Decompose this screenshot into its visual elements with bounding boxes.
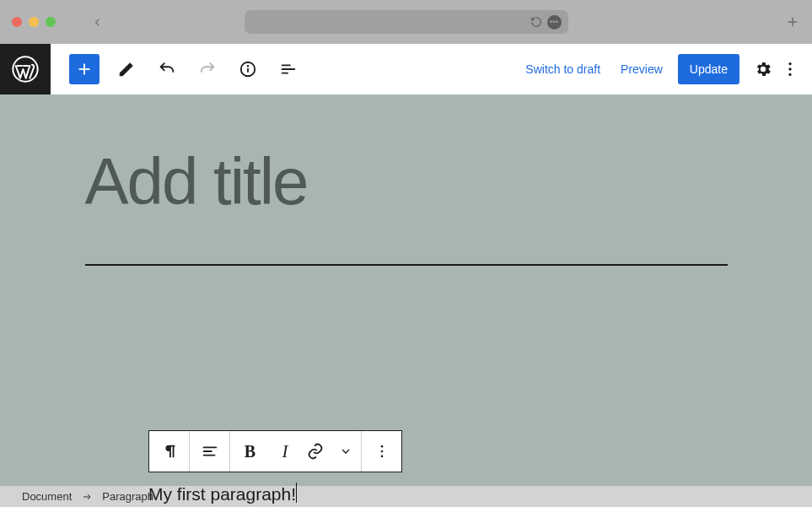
edit-mode-button[interactable] xyxy=(113,56,140,83)
title-divider xyxy=(85,264,728,266)
svg-point-17 xyxy=(380,445,383,448)
browser-chrome: ••• xyxy=(0,0,812,44)
svg-point-7 xyxy=(248,66,249,67)
nav-back-button[interactable] xyxy=(91,16,104,29)
switch-to-draft-link[interactable]: Switch to draft xyxy=(515,54,610,84)
preview-link[interactable]: Preview xyxy=(610,54,673,84)
svg-point-12 xyxy=(788,67,791,70)
window-controls xyxy=(12,17,56,27)
svg-point-11 xyxy=(788,62,791,65)
block-toolbar: B I xyxy=(148,430,402,472)
more-options-button[interactable] xyxy=(777,56,804,83)
breadcrumb-current[interactable]: Paragraph xyxy=(102,490,153,503)
update-button[interactable]: Update xyxy=(678,54,739,84)
arrow-right-icon xyxy=(82,492,92,502)
block-breadcrumb: Document Paragraph xyxy=(0,486,812,507)
breadcrumb-root[interactable]: Document xyxy=(22,490,72,503)
more-formatting-button[interactable] xyxy=(331,431,361,472)
block-more-options-button[interactable] xyxy=(362,431,401,472)
settings-button[interactable] xyxy=(750,56,777,83)
editor-canvas: Add title B I M xyxy=(0,94,812,486)
svg-point-18 xyxy=(380,450,383,453)
maximize-window-button[interactable] xyxy=(46,17,56,27)
italic-button[interactable]: I xyxy=(270,431,300,472)
site-menu-icon[interactable]: ••• xyxy=(547,15,562,30)
post-title-input[interactable]: Add title xyxy=(85,143,728,220)
align-button[interactable] xyxy=(190,431,229,472)
outline-button[interactable] xyxy=(275,56,302,83)
add-block-button[interactable] xyxy=(69,54,99,84)
paragraph-block-icon[interactable] xyxy=(149,431,189,472)
wordpress-logo[interactable] xyxy=(0,44,51,94)
reload-icon[interactable] xyxy=(530,16,542,28)
info-button[interactable] xyxy=(234,56,261,83)
undo-button[interactable] xyxy=(153,56,180,83)
svg-point-13 xyxy=(788,73,791,76)
paragraph-block[interactable]: My first paragraph! xyxy=(148,483,297,504)
minimize-window-button[interactable] xyxy=(29,17,39,27)
text-cursor xyxy=(296,483,297,503)
redo-button[interactable] xyxy=(194,56,221,83)
bold-button[interactable]: B xyxy=(230,431,270,472)
link-button[interactable] xyxy=(300,431,331,472)
paragraph-content: My first paragraph! xyxy=(148,484,296,504)
svg-point-19 xyxy=(380,456,383,458)
editor-header: Switch to draft Preview Update xyxy=(0,44,812,94)
new-tab-button[interactable] xyxy=(785,14,800,30)
close-window-button[interactable] xyxy=(12,17,22,27)
url-bar[interactable]: ••• xyxy=(245,10,568,34)
